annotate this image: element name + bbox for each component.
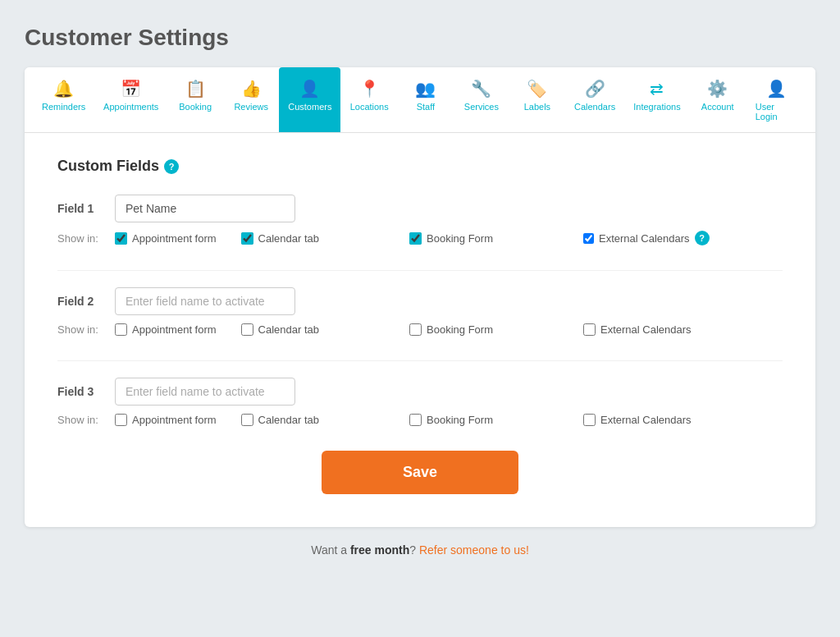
field-3-booking-form-checkbox[interactable]	[409, 414, 422, 426]
field-3-row: Field 3	[57, 378, 783, 406]
field-1-booking-form-checkbox[interactable]	[409, 232, 422, 245]
appointment-form-label-2: Appointment form	[132, 323, 217, 336]
field-2-input[interactable]	[115, 287, 295, 315]
content-area: Custom Fields ? Field 1 Show in: Appoint…	[25, 133, 815, 527]
tab-reminders[interactable]: 🔔 Reminders	[33, 67, 94, 132]
external-calendars-label-3: External Calendars	[600, 414, 692, 426]
footer-text-after: ?	[409, 543, 419, 557]
tab-locations[interactable]: 📍 Locations	[340, 67, 397, 132]
field-2-appointment-form-checkbox[interactable]	[115, 323, 127, 336]
tab-labels[interactable]: 🏷️ Labels	[509, 67, 565, 132]
tab-reviews[interactable]: 👍 Reviews	[223, 67, 279, 132]
footer-bold-text: free month	[350, 543, 409, 557]
tab-account[interactable]: ⚙️ Account	[690, 67, 746, 132]
footer: Want a free month? Refer someone to us!	[25, 527, 815, 573]
field-1-external-calendars[interactable]: External Calendars ?	[583, 231, 710, 245]
services-icon: 🔧	[471, 79, 491, 99]
tab-staff-label: Staff	[417, 102, 435, 112]
appointments-icon: 📅	[121, 79, 141, 99]
tab-calendars[interactable]: 🔗 Calendars	[565, 67, 624, 132]
tab-booking[interactable]: 📋 Booking	[167, 67, 223, 132]
field-group-2: Field 2 Show in: Appointment form Calend…	[57, 287, 783, 336]
footer-referral-link[interactable]: Refer someone to us!	[419, 543, 529, 557]
field-3-label: Field 3	[57, 385, 115, 398]
field-1-input[interactable]	[115, 195, 295, 222]
field-1-show-in: Show in: Appointment form Calendar tab B…	[57, 231, 783, 245]
tab-customers[interactable]: 👤 Customers	[279, 67, 340, 132]
field-group-1: Field 1 Show in: Appointment form Calend…	[57, 195, 783, 245]
tab-services-label: Services	[464, 102, 499, 112]
user-login-icon: 👤	[766, 79, 787, 99]
save-button[interactable]: Save	[322, 451, 518, 494]
tab-account-label: Account	[701, 102, 734, 112]
calendars-icon: 🔗	[585, 79, 605, 99]
field-1-appointment-form-checkbox[interactable]	[115, 232, 127, 245]
external-calendars-label-2: External Calendars	[600, 323, 692, 336]
tab-integrations[interactable]: ⇄ Integrations	[624, 67, 689, 132]
calendar-tab-label-2: Calendar tab	[258, 323, 319, 336]
page-title: Customer Settings	[25, 25, 815, 51]
tab-booking-label: Booking	[179, 102, 212, 112]
help-icon[interactable]: ?	[164, 159, 179, 174]
footer-text-before: Want a	[311, 543, 350, 557]
field-2-row: Field 2	[57, 287, 783, 315]
tab-user-login-label: User Login	[756, 102, 797, 121]
tab-labels-label: Labels	[524, 102, 550, 112]
field-3-external-calendars-checkbox[interactable]	[583, 414, 596, 426]
tab-user-login[interactable]: 👤 User Login	[746, 67, 807, 132]
tab-appointments[interactable]: 📅 Appointments	[94, 67, 167, 132]
tab-staff[interactable]: 👥 Staff	[398, 67, 454, 132]
field-1-calendar-tab-checkbox[interactable]	[241, 232, 253, 245]
tab-calendars-label: Calendars	[574, 102, 615, 112]
field-1-booking-form[interactable]: Booking Form	[409, 232, 493, 245]
customers-icon: 👤	[299, 79, 320, 99]
appointment-form-label-3: Appointment form	[132, 414, 217, 426]
booking-icon: 📋	[185, 79, 206, 99]
field-3-appointment-form-checkbox[interactable]	[115, 414, 127, 426]
field-3-booking-form[interactable]: Booking Form	[409, 414, 493, 426]
field-1-calendar-tab[interactable]: Calendar tab	[241, 232, 319, 245]
field-1-appointment-form[interactable]: Appointment form	[115, 232, 217, 245]
section-title: Custom Fields ?	[57, 158, 783, 175]
reviews-icon: 👍	[241, 79, 262, 99]
field-group-3: Field 3 Show in: Appointment form Calend…	[57, 378, 783, 426]
nav-tabs: 🔔 Reminders 📅 Appointments 📋 Booking 👍 R…	[25, 67, 815, 133]
field-2-label: Field 2	[57, 295, 115, 308]
show-in-label-1: Show in:	[57, 232, 115, 245]
field-2-appointment-form[interactable]: Appointment form	[115, 323, 217, 336]
booking-form-label-3: Booking Form	[427, 414, 493, 426]
field-2-booking-form-checkbox[interactable]	[409, 323, 422, 336]
tab-reminders-label: Reminders	[42, 102, 85, 112]
field-1-external-calendars-checkbox[interactable]	[583, 233, 594, 244]
field-3-input[interactable]	[115, 378, 295, 406]
field-divider-2	[57, 360, 783, 361]
tab-appointments-label: Appointments	[103, 102, 158, 112]
field-3-appointment-form[interactable]: Appointment form	[115, 414, 217, 426]
field-2-external-calendars-checkbox[interactable]	[583, 323, 596, 336]
field-3-calendar-tab[interactable]: Calendar tab	[241, 414, 319, 426]
labels-icon: 🏷️	[527, 79, 547, 99]
main-card: 🔔 Reminders 📅 Appointments 📋 Booking 👍 R…	[25, 67, 815, 527]
field-3-external-calendars[interactable]: External Calendars	[583, 414, 692, 426]
locations-icon: 📍	[359, 79, 380, 99]
appointment-form-label-1: Appointment form	[132, 232, 217, 245]
tab-customers-label: Customers	[288, 102, 331, 112]
field-2-booking-form[interactable]: Booking Form	[409, 323, 493, 336]
booking-form-label-2: Booking Form	[427, 323, 493, 336]
field-2-external-calendars[interactable]: External Calendars	[583, 323, 692, 336]
field-3-calendar-tab-checkbox[interactable]	[241, 414, 253, 426]
field-divider-1	[57, 270, 783, 271]
external-calendars-help-icon-1[interactable]: ?	[695, 231, 710, 245]
field-3-show-in: Show in: Appointment form Calendar tab B…	[57, 414, 783, 426]
integrations-icon: ⇄	[650, 79, 664, 99]
staff-icon: 👥	[415, 79, 436, 99]
account-icon: ⚙️	[707, 79, 728, 99]
field-1-label: Field 1	[57, 202, 115, 215]
show-in-label-3: Show in:	[57, 414, 115, 426]
field-2-calendar-tab[interactable]: Calendar tab	[241, 323, 319, 336]
field-2-calendar-tab-checkbox[interactable]	[241, 323, 253, 336]
tab-services[interactable]: 🔧 Services	[454, 67, 509, 132]
show-in-label-2: Show in:	[57, 323, 115, 336]
field-2-show-in: Show in: Appointment form Calendar tab B…	[57, 323, 783, 336]
calendar-tab-label-3: Calendar tab	[258, 414, 319, 426]
